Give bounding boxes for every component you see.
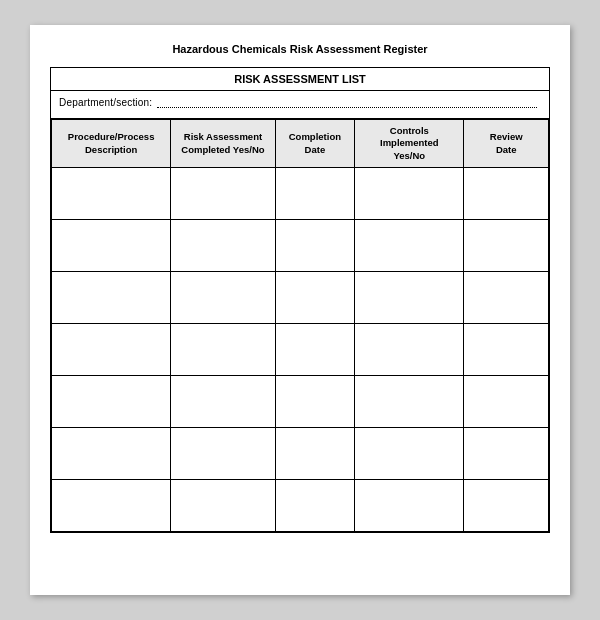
cell-r5-c2 — [171, 376, 275, 428]
cell-r6-c2 — [171, 428, 275, 480]
page: Hazardous Chemicals Risk Assessment Regi… — [30, 25, 570, 595]
cell-r7-c4 — [355, 480, 464, 532]
risk-table: Procedure/ProcessDescription Risk Assess… — [51, 119, 549, 532]
document-title: Hazardous Chemicals Risk Assessment Regi… — [50, 43, 550, 55]
col-header-controls: ControlsImplementedYes/No — [355, 120, 464, 168]
table-row — [52, 480, 549, 532]
cell-r2-c1 — [52, 220, 171, 272]
cell-r4-c2 — [171, 324, 275, 376]
cell-r1-c1 — [52, 168, 171, 220]
cell-r4-c3 — [275, 324, 355, 376]
cell-r2-c5 — [464, 220, 549, 272]
table-row — [52, 324, 549, 376]
cell-r1-c3 — [275, 168, 355, 220]
table-row — [52, 272, 549, 324]
cell-r7-c5 — [464, 480, 549, 532]
col-header-risk: Risk AssessmentCompleted Yes/No — [171, 120, 275, 168]
dept-row: Department/section: — [51, 91, 549, 119]
cell-r3-c2 — [171, 272, 275, 324]
cell-r1-c4 — [355, 168, 464, 220]
cell-r4-c5 — [464, 324, 549, 376]
register-box: RISK ASSESSMENT LIST Department/section:… — [50, 67, 550, 533]
cell-r5-c1 — [52, 376, 171, 428]
cell-r7-c2 — [171, 480, 275, 532]
dept-dots — [157, 107, 537, 108]
cell-r4-c4 — [355, 324, 464, 376]
cell-r3-c3 — [275, 272, 355, 324]
table-header-row: Procedure/ProcessDescription Risk Assess… — [52, 120, 549, 168]
cell-r7-c3 — [275, 480, 355, 532]
cell-r2-c2 — [171, 220, 275, 272]
cell-r6-c3 — [275, 428, 355, 480]
cell-r5-c3 — [275, 376, 355, 428]
cell-r3-c5 — [464, 272, 549, 324]
cell-r1-c5 — [464, 168, 549, 220]
cell-r2-c3 — [275, 220, 355, 272]
cell-r5-c5 — [464, 376, 549, 428]
cell-r5-c4 — [355, 376, 464, 428]
cell-r3-c1 — [52, 272, 171, 324]
cell-r6-c5 — [464, 428, 549, 480]
cell-r7-c1 — [52, 480, 171, 532]
cell-r3-c4 — [355, 272, 464, 324]
col-header-procedure: Procedure/ProcessDescription — [52, 120, 171, 168]
table-row — [52, 168, 549, 220]
cell-r1-c2 — [171, 168, 275, 220]
table-row — [52, 428, 549, 480]
col-header-completion: CompletionDate — [275, 120, 355, 168]
cell-r2-c4 — [355, 220, 464, 272]
cell-r4-c1 — [52, 324, 171, 376]
cell-r6-c4 — [355, 428, 464, 480]
table-row — [52, 376, 549, 428]
dept-label: Department/section: — [59, 97, 152, 108]
table-row — [52, 220, 549, 272]
list-title: RISK ASSESSMENT LIST — [51, 68, 549, 91]
col-header-review: ReviewDate — [464, 120, 549, 168]
cell-r6-c1 — [52, 428, 171, 480]
